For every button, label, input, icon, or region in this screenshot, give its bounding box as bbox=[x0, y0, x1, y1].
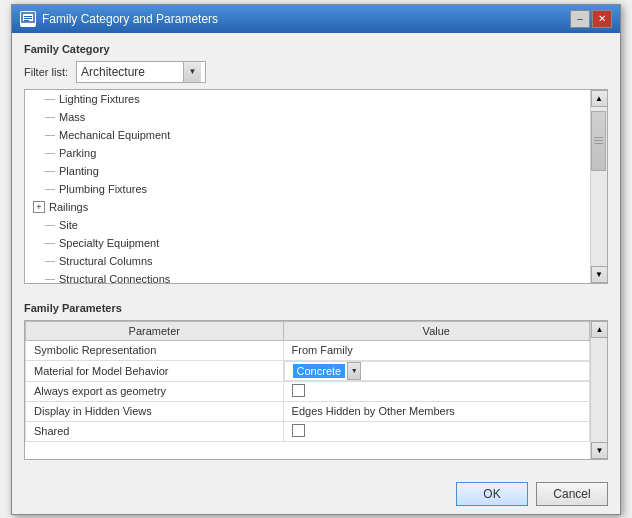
parameters-table: Parameter Value Symbolic RepresentationF… bbox=[25, 321, 590, 442]
tree-line-icon: — bbox=[45, 165, 59, 176]
filter-select-value: Architecture bbox=[81, 65, 183, 79]
list-item-text: Site bbox=[59, 219, 78, 231]
table-scrollbar-up[interactable]: ▲ bbox=[591, 321, 608, 338]
list-item[interactable]: —Structural Columns bbox=[25, 252, 590, 270]
cancel-button[interactable]: Cancel bbox=[536, 482, 608, 506]
tree-line-icon: — bbox=[45, 183, 59, 194]
value-cell: From Family bbox=[283, 340, 589, 360]
list-item[interactable]: —Mechanical Equipment bbox=[25, 126, 590, 144]
value-cell[interactable]: Concrete▼ bbox=[284, 361, 590, 381]
family-parameters-section: Family Parameters Parameter Value Symbol… bbox=[24, 302, 608, 460]
dialog-footer: OK Cancel bbox=[12, 474, 620, 514]
table-row[interactable]: Shared bbox=[26, 421, 590, 441]
list-item-text: Railings bbox=[49, 201, 88, 213]
filter-row: Filter list: Architecture ▼ bbox=[24, 61, 608, 83]
scrollbar-up-button[interactable]: ▲ bbox=[591, 90, 608, 107]
param-cell: Always export as geometry bbox=[26, 381, 284, 401]
tree-line-icon: — bbox=[45, 111, 59, 122]
family-parameters-label: Family Parameters bbox=[24, 302, 608, 314]
title-bar: Family Category and Parameters – ✕ bbox=[12, 5, 620, 33]
title-bar-left: Family Category and Parameters bbox=[20, 11, 218, 27]
param-cell: Display in Hidden Views bbox=[26, 401, 284, 421]
scrollbar-thumb[interactable] bbox=[591, 111, 606, 171]
param-cell: Symbolic Representation bbox=[26, 340, 284, 360]
table-row[interactable]: Symbolic RepresentationFrom Family bbox=[26, 340, 590, 360]
tree-line-icon: — bbox=[45, 237, 59, 248]
checkbox[interactable] bbox=[292, 384, 305, 397]
value-cell[interactable] bbox=[283, 421, 589, 441]
close-button[interactable]: ✕ bbox=[592, 10, 612, 28]
list-item[interactable]: —Planting bbox=[25, 162, 590, 180]
table-row[interactable]: Display in Hidden ViewsEdges Hidden by O… bbox=[26, 401, 590, 421]
col-header-value: Value bbox=[283, 321, 589, 340]
dialog-window: Family Category and Parameters – ✕ Famil… bbox=[11, 4, 621, 515]
list-item-text: Structural Columns bbox=[59, 255, 153, 267]
dialog-icon bbox=[20, 11, 36, 27]
tree-line-icon: — bbox=[45, 147, 59, 158]
ok-button[interactable]: OK bbox=[456, 482, 528, 506]
list-scrollbar[interactable]: ▲ ▼ bbox=[590, 90, 607, 283]
param-cell: Material for Model Behavior bbox=[26, 360, 284, 381]
col-header-parameter: Parameter bbox=[26, 321, 284, 340]
checkbox[interactable] bbox=[292, 424, 305, 437]
scrollbar-down-button[interactable]: ▼ bbox=[591, 266, 608, 283]
family-category-label: Family Category bbox=[24, 43, 608, 55]
cell-dropdown-btn[interactable]: ▼ bbox=[347, 362, 361, 380]
list-item[interactable]: —Plumbing Fixtures bbox=[25, 180, 590, 198]
list-item-text: Lighting Fixtures bbox=[59, 93, 140, 105]
list-item-text: Structural Connections bbox=[59, 273, 170, 283]
filter-dropdown-arrow[interactable]: ▼ bbox=[183, 62, 201, 82]
tree-line-icon: — bbox=[45, 273, 59, 283]
dialog-title: Family Category and Parameters bbox=[42, 12, 218, 26]
list-item[interactable]: —Lighting Fixtures bbox=[25, 90, 590, 108]
parameters-table-container: Parameter Value Symbolic RepresentationF… bbox=[24, 320, 608, 460]
filter-select[interactable]: Architecture ▼ bbox=[76, 61, 206, 83]
svg-rect-1 bbox=[24, 16, 32, 17]
list-item-text: Plumbing Fixtures bbox=[59, 183, 147, 195]
list-item-text: Parking bbox=[59, 147, 96, 159]
table-scrollbar-thumb-area bbox=[591, 338, 607, 442]
svg-rect-2 bbox=[24, 18, 32, 19]
tree-line-icon: — bbox=[45, 219, 59, 230]
scrollbar-thumb-area bbox=[591, 107, 607, 266]
tree-line-icon: — bbox=[45, 129, 59, 140]
table-row[interactable]: Material for Model BehaviorConcrete▼ bbox=[26, 360, 590, 381]
highlighted-value: Concrete bbox=[293, 364, 346, 378]
list-item-text: Mass bbox=[59, 111, 85, 123]
table-scrollbar-down[interactable]: ▼ bbox=[591, 442, 608, 459]
category-list[interactable]: —Lighting Fixtures—Mass—Mechanical Equip… bbox=[25, 90, 590, 283]
expand-icon[interactable]: + bbox=[33, 201, 45, 213]
category-list-container: —Lighting Fixtures—Mass—Mechanical Equip… bbox=[24, 89, 608, 284]
dialog-body: Family Category Filter list: Architectur… bbox=[12, 33, 620, 470]
list-item[interactable]: —Structural Connections bbox=[25, 270, 590, 283]
value-cell: Edges Hidden by Other Members bbox=[283, 401, 589, 421]
table-row[interactable]: Always export as geometry bbox=[26, 381, 590, 401]
list-item[interactable]: +Railings bbox=[25, 198, 590, 216]
minimize-button[interactable]: – bbox=[570, 10, 590, 28]
title-buttons: – ✕ bbox=[570, 10, 612, 28]
list-item[interactable]: —Site bbox=[25, 216, 590, 234]
value-cell[interactable] bbox=[283, 381, 589, 401]
filter-list-label: Filter list: bbox=[24, 66, 68, 78]
list-item[interactable]: —Parking bbox=[25, 144, 590, 162]
tree-line-icon: — bbox=[45, 93, 59, 104]
svg-rect-3 bbox=[24, 20, 29, 21]
list-item[interactable]: —Mass bbox=[25, 108, 590, 126]
list-item-text: Planting bbox=[59, 165, 99, 177]
tree-line-icon: — bbox=[45, 255, 59, 266]
param-cell: Shared bbox=[26, 421, 284, 441]
list-item-text: Specialty Equipment bbox=[59, 237, 159, 249]
table-scrollbar[interactable]: ▲ ▼ bbox=[590, 321, 607, 459]
list-item[interactable]: —Specialty Equipment bbox=[25, 234, 590, 252]
table-wrapper: Parameter Value Symbolic RepresentationF… bbox=[25, 321, 590, 459]
list-item-text: Mechanical Equipment bbox=[59, 129, 170, 141]
